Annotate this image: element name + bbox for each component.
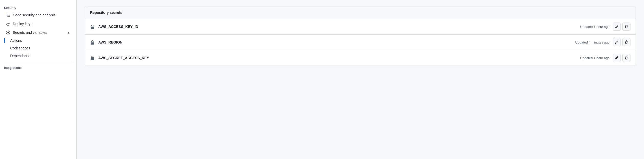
secrets-panel-title: Repository secrets (90, 10, 122, 15)
sidebar-child-actions-label: Actions (10, 38, 22, 43)
sidebar-children: Actions Codespaces Dependabot (0, 37, 76, 60)
search-icon (6, 13, 10, 17)
asterisk-icon (6, 30, 10, 35)
edit-button-0[interactable] (613, 23, 621, 31)
edit-button-1[interactable] (613, 38, 621, 46)
lock-icon-0 (90, 24, 95, 29)
secret-updated-2: Updated 1 hour ago (580, 56, 610, 60)
lock-icon-2 (90, 55, 95, 61)
edit-button-2[interactable] (613, 54, 621, 62)
key-icon (6, 22, 10, 26)
secret-actions-0 (613, 23, 630, 31)
sidebar-child-dependabot-label: Dependabot (10, 54, 30, 58)
sidebar-section-label: Security (0, 4, 76, 11)
sidebar-child-actions[interactable]: Actions (6, 37, 74, 44)
secrets-header: Repository secrets (85, 6, 636, 19)
secret-actions-1 (613, 38, 630, 46)
sidebar-group-secrets-header[interactable]: Secrets and variables ▲ (2, 28, 74, 37)
sidebar-item-deploy-keys[interactable]: Deploy keys (2, 19, 74, 28)
secret-updated-1: Updated 4 minutes ago (575, 40, 610, 44)
secret-actions-2 (613, 54, 630, 62)
delete-button-0[interactable] (622, 23, 630, 31)
sidebar-divider (4, 62, 72, 62)
sidebar-child-codespaces-label: Codespaces (10, 46, 30, 50)
secret-row-0: AWS_ACCESS_KEY_ID Updated 1 hour ago (85, 19, 636, 35)
secret-row-2: AWS_SECRET_ACCESS_KEY Updated 1 hour ago (85, 50, 636, 66)
sidebar-group-header-left: Secrets and variables (6, 30, 47, 35)
sidebar-item-label-code-security: Code security and analysis (13, 13, 55, 17)
secret-updated-0: Updated 1 hour ago (580, 25, 610, 29)
sidebar: Security Code security and analysis Depl… (0, 0, 77, 159)
sidebar-child-dependabot[interactable]: Dependabot (6, 52, 74, 60)
secret-row-1: AWS_REGION Updated 4 minutes ago (85, 35, 636, 50)
sidebar-item-label-deploy-keys: Deploy keys (13, 22, 32, 26)
sidebar-child-codespaces[interactable]: Codespaces (6, 44, 74, 52)
delete-button-1[interactable] (622, 38, 630, 46)
sidebar-group-label: Secrets and variables (13, 30, 47, 35)
secret-name-0: AWS_ACCESS_KEY_ID (98, 25, 580, 29)
lock-icon-1 (90, 40, 95, 45)
sidebar-group-secrets: Secrets and variables ▲ Actions Codespac… (0, 28, 76, 60)
secret-name-2: AWS_SECRET_ACCESS_KEY (98, 56, 580, 60)
sidebar-below-label: Integrations (0, 64, 76, 71)
sidebar-item-code-security[interactable]: Code security and analysis (2, 11, 74, 19)
chevron-up-icon: ▲ (67, 31, 70, 34)
secrets-panel: Repository secrets AWS_ACCESS_KEY_ID Upd… (85, 6, 636, 66)
secret-name-1: AWS_REGION (98, 40, 575, 44)
delete-button-2[interactable] (622, 54, 630, 62)
main-content: Repository secrets AWS_ACCESS_KEY_ID Upd… (77, 0, 644, 159)
